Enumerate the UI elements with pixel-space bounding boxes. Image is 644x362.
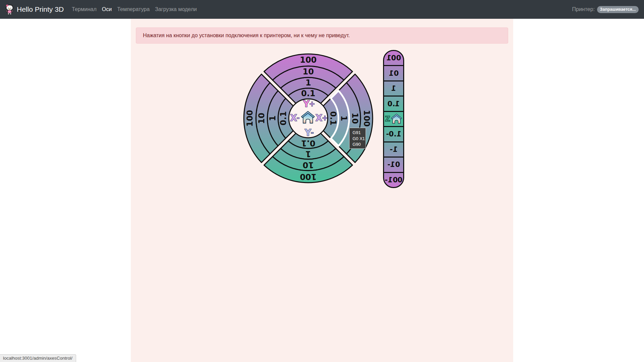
nav-link-temperature[interactable]: Температура — [114, 4, 152, 15]
z-home-label: Z — [385, 115, 390, 123]
gcode-tooltip-line: G91 — [353, 130, 366, 136]
gcode-tooltip: G91G0 X1G90 — [349, 128, 366, 149]
z-step-button--10[interactable]: -10 — [384, 157, 403, 172]
alert-text: Нажатия на кнопки до установки подключен… — [143, 33, 350, 38]
status-url: localhost:3001/admin/axesControl/ — [3, 356, 72, 361]
nav-link-axes[interactable]: Оси — [99, 4, 114, 15]
brand-title: Hello Printy 3D — [17, 5, 64, 13]
z-step-button-100[interactable]: 100 — [384, 51, 403, 65]
z-step-button--0.1[interactable]: -0.1 — [384, 126, 403, 141]
nav-links: ТерминалОсиТемператураЗагрузка модели — [69, 4, 200, 15]
z-step-button--100[interactable]: -100 — [384, 172, 403, 187]
navbar-right: Принтер: Запрашивается... — [572, 6, 639, 13]
browser-status-bar: localhost:3001/admin/axesControl/ — [0, 354, 76, 362]
z-home-button[interactable]: Z — [384, 111, 403, 126]
connection-warning-alert: Нажатия на кнопки до установки подключен… — [136, 27, 508, 44]
navbar: Hello Printy 3D ТерминалОсиТемператураЗа… — [0, 0, 644, 19]
xy-jog-wheel: 0.11101000.11101000.11101000.1110100Y+X-… — [241, 51, 375, 185]
z-step-button--1[interactable]: -1 — [384, 141, 403, 157]
hello-kitty-logo — [5, 4, 13, 15]
gcode-tooltip-line: G90 — [353, 141, 366, 147]
nav-link-model-upload[interactable]: Загрузка модели — [152, 4, 200, 15]
z-step-button-0.1[interactable]: 0.1 — [384, 96, 403, 111]
z-step-button-10[interactable]: 10 — [384, 65, 403, 80]
gcode-tooltip-line: G0 X1 — [353, 136, 366, 142]
printer-status-badge: Запрашивается... — [597, 6, 639, 13]
brand-link[interactable]: Hello Printy 3D — [5, 4, 64, 15]
z-home-house-icon — [391, 114, 402, 124]
z-jog-bar: 1001010.1Z-0.1-1-10-100 — [383, 50, 404, 188]
printer-label: Принтер: — [572, 6, 595, 12]
z-step-button-1[interactable]: 1 — [384, 80, 403, 96]
nav-link-terminal[interactable]: Терминал — [69, 4, 99, 15]
